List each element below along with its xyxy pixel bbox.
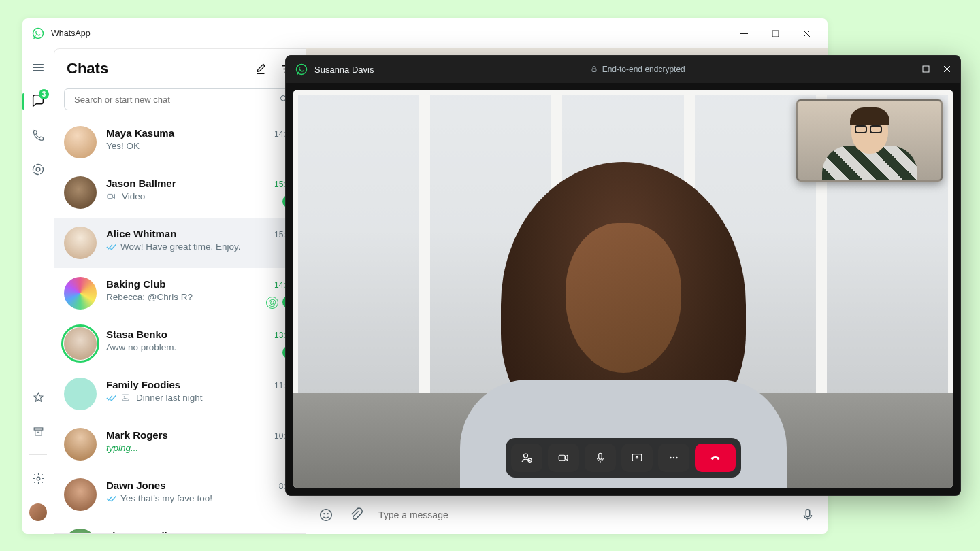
chat-item-maya[interactable]: Maya Kasuma14:53 Yes! OK xyxy=(54,117,306,167)
nav-settings[interactable] xyxy=(24,465,52,492)
hangup-icon xyxy=(709,452,721,464)
read-ticks-icon xyxy=(106,495,117,503)
new-chat-icon[interactable] xyxy=(255,63,268,76)
svg-point-23 xyxy=(670,457,671,458)
hamburger-icon xyxy=(33,64,44,71)
chat-item-alice[interactable]: Alice Whitman15:18 Wow! Have great time.… xyxy=(54,218,306,268)
svg-point-3 xyxy=(36,167,40,171)
more-options-button[interactable] xyxy=(658,444,689,472)
svg-point-25 xyxy=(676,457,677,458)
remote-person xyxy=(446,135,800,488)
chat-preview: Dinner last night xyxy=(136,393,203,403)
svg-point-11 xyxy=(321,509,332,520)
self-person xyxy=(822,105,917,180)
nav-archive[interactable] xyxy=(24,418,52,445)
nav-calls[interactable] xyxy=(24,122,52,149)
sidebar-heading: Chats xyxy=(67,60,108,78)
call-titlebar: Susanna Davis End-to-end endcrypted xyxy=(286,56,960,83)
avatar-icon xyxy=(64,478,97,511)
call-toolbar xyxy=(506,438,741,478)
close-button[interactable] xyxy=(791,23,822,44)
chat-item-jason[interactable]: Jason Ballmer15:24 Video 3 xyxy=(54,167,306,218)
chat-name: Stasa Benko xyxy=(106,329,167,340)
lock-icon xyxy=(590,65,598,73)
chat-preview: Rebecca: @Chris R? xyxy=(106,292,193,302)
video-icon xyxy=(557,452,570,464)
whatsapp-logo-icon xyxy=(295,63,308,76)
chat-preview: Yes! OK xyxy=(106,141,140,151)
chat-item-dawn[interactable]: Dawn Jones8:32 Yes that's my fave too! xyxy=(54,469,306,520)
profile-avatar[interactable] xyxy=(24,499,52,526)
call-minimize-button[interactable] xyxy=(901,65,909,75)
avatar-icon xyxy=(64,378,97,410)
toggle-mic-button[interactable] xyxy=(585,444,616,472)
status-icon xyxy=(31,163,45,176)
encryption-label: End-to-end endcrypted xyxy=(602,65,685,74)
chat-item-stasa[interactable]: Stasa Benko13:57 Aww no problem. 2 xyxy=(54,318,306,369)
nav-status[interactable] xyxy=(24,156,52,183)
screen-share-icon xyxy=(631,452,643,464)
maximize-button[interactable] xyxy=(760,23,791,44)
video-icon xyxy=(106,191,116,201)
chat-preview: Aww no problem. xyxy=(106,342,176,352)
chat-preview: Video xyxy=(122,191,145,201)
emoji-icon[interactable] xyxy=(318,507,333,522)
svg-rect-9 xyxy=(122,395,129,401)
titlebar: WhatsApp xyxy=(22,18,828,48)
chat-item-baking[interactable]: Baking Club14:49 Rebecca: @Chris R? @ 1 xyxy=(54,268,306,318)
mic-icon xyxy=(594,452,606,464)
chat-name: Jason Ballmer xyxy=(106,178,176,189)
chat-name: Maya Kasuma xyxy=(106,127,174,139)
photo-icon xyxy=(120,393,131,403)
svg-rect-1 xyxy=(772,31,779,37)
menu-button[interactable] xyxy=(24,54,52,81)
chat-name: Mark Rogers xyxy=(106,429,168,441)
avatar-icon xyxy=(64,126,97,158)
avatar-icon xyxy=(64,428,97,461)
nav-rail: 3 xyxy=(22,48,54,534)
chat-preview: Yes that's my fave too! xyxy=(120,493,212,503)
attach-icon[interactable] xyxy=(348,507,363,522)
chat-item-ziggy[interactable]: Ziggy Woodley8:12 xyxy=(54,520,306,533)
chat-item-foodies[interactable]: Family Foodies11:23 Dinner last night xyxy=(54,369,306,419)
avatar-icon xyxy=(29,503,47,521)
phone-icon xyxy=(31,129,45,142)
chat-name: Family Foodies xyxy=(106,379,180,390)
call-video-area xyxy=(286,83,960,495)
star-icon xyxy=(32,391,45,404)
whatsapp-logo-icon xyxy=(32,27,44,39)
archive-icon xyxy=(32,425,45,438)
call-close-button[interactable] xyxy=(943,65,951,75)
read-ticks-icon xyxy=(106,394,117,402)
chat-item-mark[interactable]: Mark Rogers10:55 typing... xyxy=(54,419,306,469)
chat-name: Alice Whitman xyxy=(106,228,176,239)
minimize-button[interactable] xyxy=(728,23,760,44)
chat-name: Dawn Jones xyxy=(106,480,166,491)
mic-icon[interactable] xyxy=(800,507,815,522)
self-video-pip[interactable] xyxy=(796,99,943,182)
composer xyxy=(306,495,828,534)
avatar-icon xyxy=(64,227,97,259)
svg-rect-17 xyxy=(923,66,929,72)
svg-point-2 xyxy=(33,165,44,175)
svg-rect-6 xyxy=(257,73,264,73)
end-call-button[interactable] xyxy=(695,444,736,472)
svg-point-12 xyxy=(323,513,325,514)
remote-video xyxy=(293,90,953,488)
svg-point-24 xyxy=(672,457,674,458)
call-maximize-button[interactable] xyxy=(922,65,930,75)
message-input[interactable] xyxy=(378,505,785,524)
search-input[interactable] xyxy=(64,88,296,110)
chat-time: 8:12 xyxy=(279,532,306,533)
svg-point-13 xyxy=(327,513,329,514)
share-screen-button[interactable] xyxy=(621,444,653,472)
svg-rect-20 xyxy=(559,455,565,461)
toggle-video-button[interactable] xyxy=(548,444,579,472)
mention-icon: @ xyxy=(266,297,278,309)
svg-rect-16 xyxy=(592,69,596,72)
nav-chats[interactable]: 3 xyxy=(24,88,52,115)
nav-starred[interactable] xyxy=(24,384,52,411)
chats-badge: 3 xyxy=(39,89,49,99)
add-participant-button[interactable] xyxy=(511,444,542,472)
svg-point-18 xyxy=(523,454,527,458)
